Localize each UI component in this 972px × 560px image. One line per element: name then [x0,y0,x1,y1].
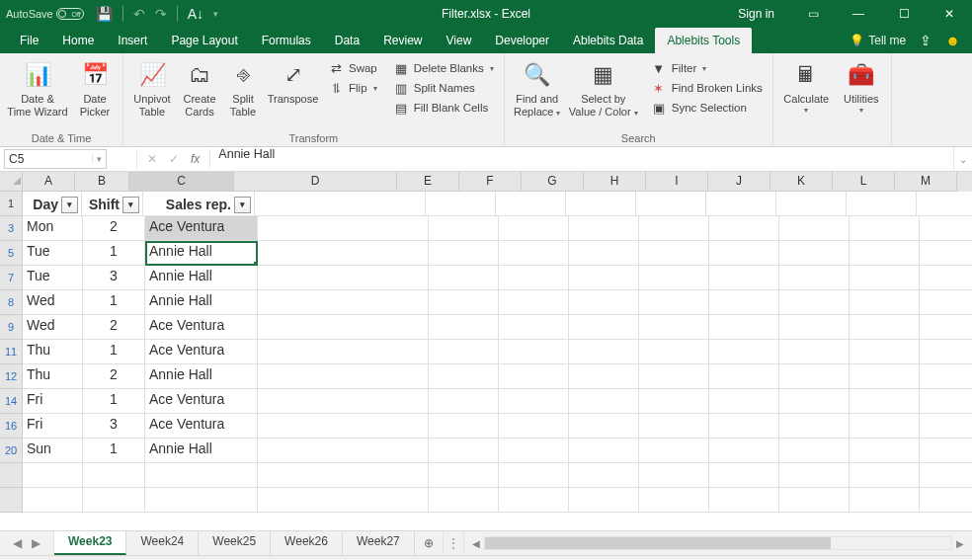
cell-sales-rep[interactable]: Ace Ventura [145,340,258,364]
tab-file[interactable]: File [8,28,50,53]
column-header-L[interactable]: L [833,172,895,192]
cell[interactable] [706,192,776,216]
filter-button[interactable]: ▼ Filter ▾ [647,59,767,77]
cell-day[interactable]: Wed [23,290,83,315]
row-header[interactable]: 9 [0,315,23,340]
scroll-right-icon[interactable]: ▶ [952,538,968,549]
column-header-E[interactable]: E [397,172,459,192]
tab-formulas[interactable]: Formulas [250,28,323,53]
tab-ablebits-tools[interactable]: Ablebits Tools [655,28,752,53]
cell[interactable] [569,290,639,315]
cell[interactable] [639,315,709,340]
row-header[interactable]: 16 [0,414,23,439]
tab-view[interactable]: View [435,28,484,53]
cell[interactable] [850,364,920,389]
create-cards-button[interactable]: 🗂 Create Cards [179,57,220,118]
cell[interactable] [429,290,499,315]
cell[interactable] [709,389,779,414]
hscroll-thumb[interactable] [485,537,831,549]
cell[interactable] [569,389,639,414]
filter-dropdown-icon[interactable]: ▾ [61,197,78,213]
cell[interactable] [429,216,499,241]
sort-icon[interactable]: A↓ [188,6,203,22]
cell[interactable] [709,340,779,364]
split-table-button[interactable]: ⎆ Split Table [224,57,262,118]
cell[interactable] [23,463,83,488]
cell[interactable] [779,364,850,389]
calculate-button[interactable]: 🖩 Calculate ▾ [779,57,834,115]
row-header[interactable] [0,488,23,513]
cell[interactable] [499,290,569,315]
cell-sales-rep[interactable]: Ace Ventura [145,216,258,241]
save-icon[interactable]: 💾 [96,6,113,22]
row-header[interactable] [0,463,23,488]
cell[interactable] [850,315,920,340]
cell[interactable] [776,192,847,216]
cell[interactable] [779,315,850,340]
tell-me[interactable]: 💡 Tell me [850,34,906,47]
cell[interactable] [569,216,639,241]
tab-home[interactable]: Home [50,28,106,53]
horizontal-scrollbar[interactable]: ◀ ▶ [464,531,972,555]
cell[interactable] [499,488,569,513]
cell[interactable] [83,463,145,488]
tab-data[interactable]: Data [323,28,371,53]
cell[interactable] [639,439,709,463]
cell[interactable] [639,290,709,315]
share-icon[interactable]: ⇪ [920,33,932,48]
row-header[interactable]: 12 [0,364,23,389]
cell[interactable] [569,315,639,340]
cell[interactable] [779,414,850,439]
cell-day[interactable]: Wed [23,315,83,340]
cell[interactable] [917,192,972,216]
cell[interactable] [258,439,429,463]
cell[interactable] [429,315,499,340]
row-header[interactable]: 11 [0,340,23,364]
row-header[interactable]: 3 [0,216,23,241]
cell-shift[interactable]: 2 [83,315,145,340]
cell[interactable] [779,216,850,241]
row-header[interactable]: 7 [0,266,23,290]
sync-selection-button[interactable]: ▣ Sync Selection [647,99,767,117]
tab-scroll-splitter[interactable]: ⋮ [444,531,464,555]
sheet-tab-week25[interactable]: Week25 [199,531,271,555]
cell-sales-rep[interactable]: Annie Hall [145,241,258,266]
cell[interactable] [429,414,499,439]
cell[interactable] [639,414,709,439]
column-header-K[interactable]: K [770,172,833,192]
cell[interactable] [850,439,920,463]
cell[interactable] [258,266,429,290]
cell[interactable] [258,241,429,266]
cell-day[interactable]: Tue [23,266,83,290]
cell[interactable] [499,241,569,266]
minimize-icon[interactable]: — [836,0,881,28]
cell[interactable] [850,266,920,290]
cell[interactable] [258,364,429,389]
cell[interactable] [258,216,429,241]
filter-dropdown-icon[interactable]: ▾ [234,197,251,213]
cell-day[interactable]: Thu [23,364,83,389]
cell[interactable] [258,488,429,513]
transpose-button[interactable]: ⤢ Transpose [266,57,320,118]
column-header-M[interactable]: M [895,172,957,192]
cancel-formula-icon[interactable]: ✕ [147,152,157,166]
utilities-button[interactable]: 🧰 Utilities ▾ [838,57,885,115]
select-by-value-button[interactable]: ▦ Select by Value / Color ▾ [568,57,639,118]
cell[interactable] [709,290,779,315]
cell[interactable] [569,439,639,463]
cell[interactable] [779,340,850,364]
cell[interactable] [850,463,920,488]
cell[interactable] [920,315,972,340]
cell[interactable] [499,364,569,389]
cell[interactable] [145,488,258,513]
cell[interactable] [709,439,779,463]
cell[interactable] [499,463,569,488]
maximize-icon[interactable]: ☐ [881,0,927,28]
cell[interactable] [920,290,972,315]
cell-sales-rep[interactable]: Annie Hall [145,439,258,463]
cell-shift[interactable]: 2 [83,216,145,241]
cell[interactable] [499,315,569,340]
cell[interactable] [639,340,709,364]
cell[interactable] [255,192,426,216]
cell-shift[interactable]: 3 [83,266,145,290]
